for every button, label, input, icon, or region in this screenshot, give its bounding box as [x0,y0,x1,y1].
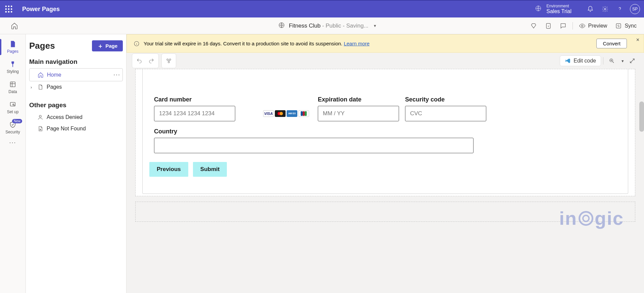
rail-setup-label: Set up [7,110,19,114]
previous-button[interactable]: Previous [149,162,188,177]
more-icon[interactable]: ··· [113,71,120,78]
home-icon[interactable] [11,22,18,30]
country-input[interactable] [154,138,474,153]
canvas-area: Your trial site will expire in 16 days. … [127,34,644,293]
environment-label: Environment [546,4,572,8]
tree-item-pages[interactable]: › Pages [29,81,123,93]
convert-button[interactable]: Convert [596,39,627,48]
panel-title: Pages [29,41,55,51]
expiration-input[interactable] [318,106,399,121]
tree-item-label: Access Denied [47,114,83,120]
main-layout: Pages Styling Data Set up New Security ·… [0,34,644,293]
chevron-down-icon[interactable]: ▾ [622,58,624,64]
section-main-nav: Main navigation [29,58,123,66]
svg-point-15 [581,25,583,27]
svg-line-34 [612,61,614,63]
settings-icon[interactable] [599,3,611,15]
learn-more-link[interactable]: Learn more [344,41,369,46]
svg-point-7 [8,11,10,13]
mastercard-icon [275,110,286,117]
scrollbar-thumb[interactable] [639,101,644,132]
divider [573,22,573,30]
redo-button[interactable] [146,55,157,67]
visa-icon: VISA [263,110,274,117]
rail-styling[interactable]: Styling [0,57,26,77]
notifications-icon[interactable] [584,3,596,15]
rail-data-label: Data [8,89,17,94]
field-country: Country [154,128,474,153]
copilot-icon[interactable] [528,21,539,31]
environment-picker[interactable]: Environment Sales Trial [535,4,572,14]
undo-button[interactable] [134,55,145,67]
info-icon [134,41,140,47]
canvas-toolbar: Edit code ▾ [127,53,644,69]
rail-setup[interactable]: Set up [0,97,26,118]
rail-styling-label: Styling [7,69,19,74]
svg-point-3 [5,8,7,10]
history-group [132,53,159,68]
nav-rail: Pages Styling Data Set up New Security ·… [0,34,26,293]
rail-security[interactable]: New Security [0,118,26,138]
trial-banner: Your trial site will expire in 16 days. … [127,34,644,53]
components-button[interactable] [163,55,175,67]
expiration-label: Expiration date [318,96,399,103]
sync-button[interactable]: Sync [613,21,639,31]
empty-section-frame[interactable] [135,202,635,222]
form-buttons: Previous Submit [149,162,616,177]
svg-point-5 [11,8,12,10]
new-badge: New [12,119,22,123]
tree-item-home[interactable]: Home ··· [29,68,123,81]
edit-code-label: Edit code [574,58,596,64]
card-brand-icons: VISA AM EX [263,110,309,117]
zoom-button[interactable] [605,54,618,67]
app-launcher-icon[interactable] [4,4,13,14]
vscode-icon [565,58,571,64]
add-page-button[interactable]: ＋Page [92,40,123,51]
tree-item-access-denied[interactable]: Access Denied [29,112,123,123]
close-icon[interactable]: ✕ [636,37,640,42]
info-icon[interactable] [543,21,554,31]
rail-more-icon[interactable]: ··· [9,139,16,146]
svg-point-2 [11,6,12,7]
pages-panel: Pages ＋Page Main navigation Home ··· › P… [26,34,127,293]
svg-rect-16 [616,24,621,28]
tree-item-not-found[interactable]: Page Not Found [29,123,123,134]
brand-title: Power Pages [22,6,60,13]
field-card-number: Card number VISA AM EX [154,96,312,121]
chevron-down-icon: ▾ [374,23,376,28]
rail-data[interactable]: Data [0,77,26,97]
tree-item-label: Home [47,72,61,78]
environment-name: Sales Trial [546,8,572,14]
preview-button[interactable]: Preview [577,21,609,31]
feedback-icon[interactable] [558,21,568,31]
card-number-label: Card number [154,96,312,103]
tree-item-label: Pages [47,84,62,90]
page-missing-icon [37,126,43,132]
edit-code-button[interactable]: Edit code [560,55,601,66]
svg-point-8 [11,11,12,13]
rail-pages[interactable]: Pages [0,37,26,57]
svg-point-4 [8,8,10,10]
section-frame[interactable]: Card number VISA AM EX [135,69,635,196]
card-number-input[interactable] [154,106,235,121]
country-label: Country [154,128,474,135]
help-icon[interactable] [614,3,626,15]
security-code-label: Security code [405,96,486,103]
fullscreen-button[interactable] [626,54,639,67]
svg-point-10 [604,8,606,10]
user-avatar[interactable]: SP [630,4,640,14]
home-icon [38,72,44,78]
chevron-right-icon[interactable]: › [31,85,32,90]
amex-icon: AM EX [287,110,297,117]
security-code-input[interactable] [405,106,486,121]
svg-point-0 [5,6,7,7]
design-canvas[interactable]: Card number VISA AM EX [127,69,644,293]
submit-button[interactable]: Submit [193,162,227,177]
svg-line-31 [168,60,169,61]
rail-security-label: Security [5,130,20,134]
svg-point-22 [39,115,41,117]
tree-item-label: Page Not Found [47,126,86,132]
site-status: - Public - Saving... [320,23,368,29]
sync-label: Sync [625,23,637,29]
site-picker[interactable]: Fitness Club - Public - Saving... ▾ [126,22,528,30]
